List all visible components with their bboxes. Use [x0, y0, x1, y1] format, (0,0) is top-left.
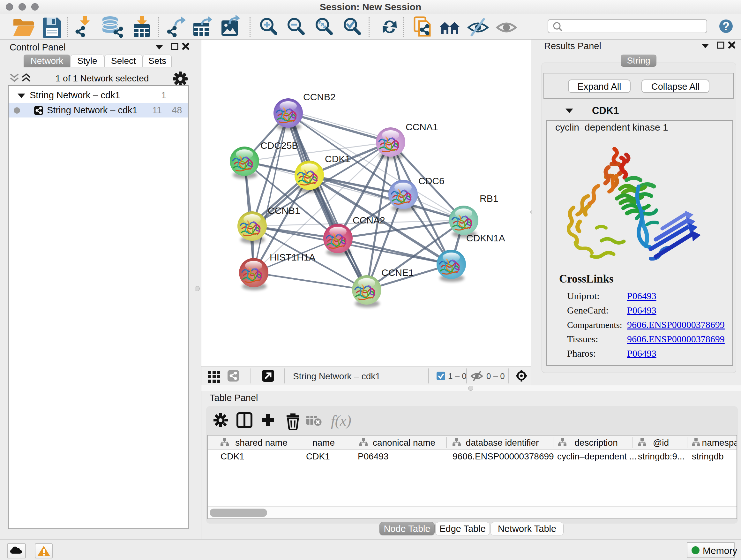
svg-text:HIST1H1A: HIST1H1A — [270, 252, 315, 262]
svg-text:shared name: shared name — [235, 438, 287, 448]
svg-text:String Network – cdk1: String Network – cdk1 — [293, 371, 381, 381]
svg-text:CCNE1: CCNE1 — [381, 267, 414, 278]
svg-text:namespace: namespace — [702, 438, 737, 448]
svg-text:@id: @id — [653, 438, 669, 448]
svg-text:f(x): f(x) — [331, 413, 351, 429]
svg-text:CDC6: CDC6 — [418, 176, 445, 186]
svg-text:RB1: RB1 — [480, 193, 498, 204]
svg-text:canonical name: canonical name — [373, 438, 435, 448]
svg-text:1 – 0: 1 – 0 — [448, 371, 467, 381]
svg-text:CDK1: CDK1 — [325, 153, 350, 164]
svg-text:CCNB1: CCNB1 — [268, 205, 300, 216]
svg-text:description: description — [575, 438, 617, 448]
svg-text:?: ? — [723, 20, 730, 33]
svg-text:0 – 0: 0 – 0 — [486, 371, 505, 381]
svg-text:CDC25B: CDC25B — [260, 140, 298, 151]
svg-text:CCNA2: CCNA2 — [353, 215, 385, 226]
svg-text:name: name — [313, 438, 335, 448]
svg-text:CCNA1: CCNA1 — [406, 122, 438, 132]
svg-text:database identifier: database identifier — [466, 438, 539, 448]
svg-text:CCNB2: CCNB2 — [303, 91, 336, 102]
svg-text:CDKN1A: CDKN1A — [466, 233, 505, 243]
